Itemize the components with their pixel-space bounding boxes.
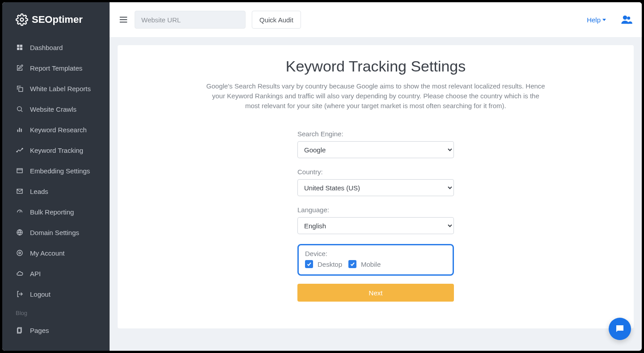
magnifier-icon: [16, 105, 24, 113]
nav-label: White Label Reports: [30, 85, 91, 92]
desktop-checkbox[interactable]: [305, 260, 313, 268]
dashboard-icon: [16, 44, 24, 51]
svg-rect-3: [17, 48, 19, 50]
nav-website-crawls[interactable]: Website Crawls: [2, 99, 110, 119]
users-icon[interactable]: [620, 13, 633, 26]
svg-rect-5: [19, 88, 23, 92]
embed-icon: [16, 167, 24, 174]
nav-logout[interactable]: Logout: [2, 284, 110, 304]
cloud-icon: [16, 270, 24, 277]
chat-icon: [614, 324, 625, 334]
logo[interactable]: SEOptimer: [2, 2, 110, 37]
language-select[interactable]: English: [297, 217, 454, 234]
envelope-icon: [16, 188, 24, 195]
country-label: Country:: [297, 168, 454, 176]
search-engine-label: Search Engine:: [297, 130, 454, 138]
svg-point-12: [22, 148, 23, 149]
svg-line-16: [20, 211, 21, 212]
help-dropdown[interactable]: Help: [587, 16, 606, 24]
settings-form: Search Engine: Google Country: United St…: [297, 130, 454, 302]
nav-label: Dashboard: [30, 44, 63, 51]
website-url-input[interactable]: [135, 11, 246, 29]
svg-rect-13: [17, 168, 22, 172]
svg-rect-4: [20, 48, 22, 50]
desktop-checkbox-label: Desktop: [318, 261, 342, 268]
nav-label: Leads: [30, 188, 48, 195]
nav-pages[interactable]: Pages: [2, 320, 110, 340]
nav-label: My Account: [30, 249, 65, 257]
nav-bulk-reporting[interactable]: Bulk Reporting: [2, 202, 110, 222]
mobile-checkbox[interactable]: [348, 260, 356, 268]
svg-rect-1: [17, 45, 19, 47]
gear-icon: [16, 13, 28, 26]
svg-rect-2: [20, 45, 22, 47]
content-area: Keyword Tracking Settings Google's Searc…: [110, 37, 642, 351]
nav-label: Report Templates: [30, 64, 82, 72]
chat-widget[interactable]: [609, 318, 631, 340]
globe-icon: [16, 229, 24, 236]
mobile-checkbox-label: Mobile: [361, 261, 381, 268]
page-description: Google's Search Results vary by country …: [206, 81, 546, 110]
sidebar-nav: Dashboard Report Templates White Label R…: [2, 37, 110, 351]
chevron-down-icon: [602, 19, 606, 21]
brand-name: SEOptimer: [32, 14, 83, 25]
nav-keyword-research[interactable]: Keyword Research: [2, 119, 110, 140]
svg-point-19: [19, 252, 21, 254]
svg-rect-10: [21, 129, 22, 132]
nav-keyword-tracking[interactable]: Keyword Tracking: [2, 140, 110, 160]
svg-point-28: [627, 17, 630, 20]
svg-point-0: [21, 18, 24, 21]
settings-icon: [16, 249, 24, 256]
nav-embedding-settings[interactable]: Embedding Settings: [2, 160, 110, 181]
svg-point-20: [17, 250, 22, 256]
edit-icon: [16, 64, 24, 71]
nav-white-label-reports[interactable]: White Label Reports: [2, 78, 110, 99]
help-label: Help: [587, 16, 601, 24]
svg-point-6: [17, 107, 21, 111]
svg-rect-8: [17, 130, 18, 132]
menu-toggle-icon[interactable]: [119, 15, 128, 25]
logout-icon: [16, 290, 24, 298]
settings-card: Keyword Tracking Settings Google's Searc…: [118, 45, 634, 328]
svg-point-27: [623, 16, 627, 20]
svg-point-11: [17, 151, 17, 152]
topbar: Quick Audit Help: [110, 2, 642, 37]
copy-icon: [16, 85, 24, 92]
pages-icon: [16, 327, 24, 334]
device-section: Device: Desktop Mobile: [297, 244, 454, 276]
nav-label: Website Crawls: [30, 105, 76, 113]
sidebar: SEOptimer Dashboard Report Templates Whi…: [2, 2, 110, 351]
speedometer-icon: [16, 208, 24, 215]
nav-section-blog: Blog: [2, 304, 110, 320]
nav-label: API: [30, 270, 41, 277]
next-button[interactable]: Next: [297, 284, 454, 302]
page-title: Keyword Tracking Settings: [136, 58, 616, 75]
country-select[interactable]: United States (US): [297, 179, 454, 196]
nav-label: Keyword Tracking: [30, 147, 83, 154]
trend-icon: [16, 147, 24, 154]
nav-api[interactable]: API: [2, 263, 110, 284]
nav-label: Keyword Research: [30, 126, 87, 134]
nav-report-templates[interactable]: Report Templates: [2, 58, 110, 78]
nav-label: Logout: [30, 290, 51, 298]
language-label: Language:: [297, 206, 454, 214]
nav-dashboard[interactable]: Dashboard: [2, 37, 110, 58]
nav-label: Embedding Settings: [30, 167, 90, 175]
main: Quick Audit Help Keyword Tracking Settin…: [110, 2, 642, 351]
svg-rect-9: [19, 128, 20, 132]
quick-audit-button[interactable]: Quick Audit: [252, 11, 301, 29]
nav-label: Bulk Reporting: [30, 208, 74, 216]
bar-chart-icon: [16, 126, 24, 133]
nav-domain-settings[interactable]: Domain Settings: [2, 222, 110, 243]
nav-label: Pages: [30, 327, 49, 334]
nav-my-account[interactable]: My Account: [2, 243, 110, 263]
svg-line-7: [21, 110, 22, 112]
search-engine-select[interactable]: Google: [297, 141, 454, 158]
device-label: Device:: [305, 250, 446, 257]
nav-leads[interactable]: Leads: [2, 181, 110, 202]
nav-label: Domain Settings: [30, 229, 79, 236]
